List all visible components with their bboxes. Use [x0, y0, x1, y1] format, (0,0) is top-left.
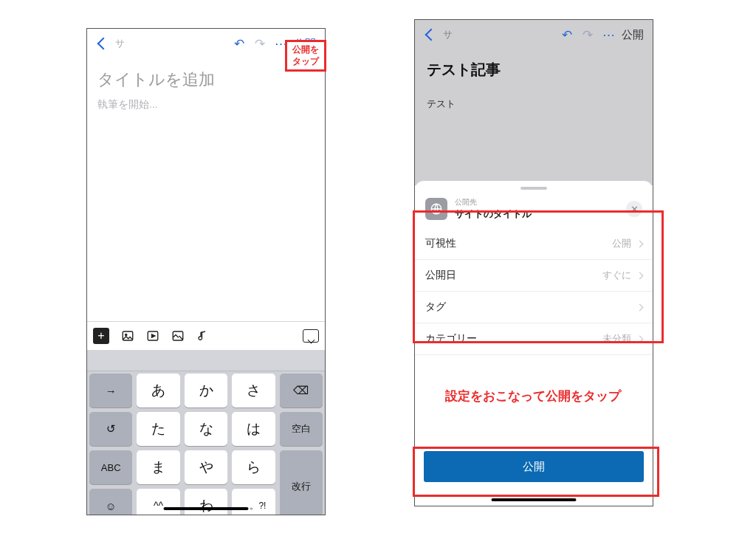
publish-link[interactable]: 公開	[620, 28, 645, 42]
chevron-right-icon	[636, 335, 644, 343]
redo-button[interactable]: ↷	[251, 36, 269, 52]
row-label: カテゴリー	[425, 332, 477, 346]
row-categories[interactable]: カテゴリー 未分類	[415, 323, 653, 355]
callout-tap-publish: 公開を タップ	[285, 40, 326, 72]
site-icon	[425, 198, 447, 220]
row-value: 公開	[612, 237, 631, 250]
home-indicator	[164, 507, 249, 510]
row-label: 公開日	[425, 269, 456, 282]
phone-publish-sheet: サ ↶ ↷ ⋯ 公開 テスト記事 テスト 公開先 サイトのタイトル ✕ 可視性 …	[414, 19, 653, 506]
post-title: テスト記事	[427, 60, 641, 80]
redo-button[interactable]: ↷	[579, 27, 597, 43]
row-publish-date[interactable]: 公開日 すぐに	[415, 260, 653, 292]
phone-editor: サ ↶ ↷ ⋯ 公開 タイトルを追加 執筆を開始... + → あ か さ ⌫ …	[86, 28, 326, 515]
image-icon[interactable]	[121, 329, 134, 343]
row-value: すぐに	[602, 269, 631, 282]
post-body: テスト	[427, 97, 641, 111]
body-input[interactable]: 執筆を開始...	[97, 98, 315, 111]
chevron-right-icon	[636, 272, 644, 279]
destination-value: サイトのタイトル	[455, 207, 532, 221]
kb-key[interactable]: →	[89, 374, 132, 408]
destination-label: 公開先	[455, 197, 532, 207]
row-visibility[interactable]: 可視性 公開	[415, 228, 653, 260]
annotation-instruction: 設定をおこなって公開をタップ	[414, 388, 652, 405]
kb-key[interactable]: あ	[137, 374, 179, 408]
kb-key[interactable]: さ	[232, 374, 275, 408]
format-toolbar: +	[87, 321, 325, 351]
chevron-right-icon	[636, 303, 644, 311]
close-sheet-button[interactable]: ✕	[626, 201, 642, 217]
kb-space[interactable]: 空白	[280, 412, 323, 446]
editor-toolbar: サ ↶ ↷ ⋯ 公開	[415, 20, 653, 49]
hide-keyboard-button[interactable]	[303, 329, 319, 343]
back-icon[interactable]	[425, 29, 438, 41]
kb-key[interactable]: た	[137, 412, 179, 446]
kb-key[interactable]: ↺	[89, 412, 132, 446]
publish-button[interactable]: 公開	[424, 451, 644, 482]
row-value: 未分類	[602, 332, 631, 346]
more-button[interactable]: ⋯	[599, 27, 617, 43]
gallery-icon[interactable]	[171, 329, 185, 343]
back-icon[interactable]	[97, 38, 110, 50]
video-icon[interactable]	[146, 329, 159, 343]
undo-button[interactable]: ↶	[558, 27, 576, 43]
kb-backspace[interactable]: ⌫	[280, 374, 323, 408]
kb-key[interactable]: ら	[232, 450, 275, 484]
kb-newline[interactable]: 改行	[280, 450, 323, 515]
sheet-header: 公開先 サイトのタイトル ✕	[415, 197, 653, 228]
back-hint: サ	[443, 28, 453, 41]
back-hint: サ	[115, 37, 125, 50]
kb-key[interactable]: な	[185, 412, 227, 446]
sheet-handle[interactable]	[520, 187, 547, 190]
home-indicator	[492, 498, 577, 501]
row-label: タグ	[425, 300, 446, 314]
kb-key[interactable]: か	[185, 374, 227, 408]
svg-point-1	[126, 334, 127, 335]
row-tags[interactable]: タグ	[415, 292, 653, 323]
svg-rect-0	[123, 331, 133, 340]
kb-key[interactable]: は	[232, 412, 275, 446]
audio-icon[interactable]	[196, 329, 210, 343]
kb-key[interactable]: や	[185, 450, 227, 484]
row-label: 可視性	[425, 237, 456, 250]
suggestion-bar	[87, 351, 325, 371]
add-block-button[interactable]: +	[93, 328, 109, 344]
japanese-keyboard: → あ か さ ⌫ ↺ た な は 空白 ABC ま や ら 改行 ☺	[87, 351, 325, 515]
kb-abc[interactable]: ABC	[89, 450, 132, 484]
title-input[interactable]: タイトルを追加	[97, 69, 315, 91]
kb-key[interactable]: ま	[137, 450, 179, 484]
chevron-right-icon	[636, 240, 644, 247]
undo-button[interactable]: ↶	[230, 36, 248, 52]
publish-sheet: 公開先 サイトのタイトル ✕ 可視性 公開 公開日 すぐに タグ カテゴ	[415, 181, 653, 506]
dimmed-editor: テスト記事 テスト	[415, 49, 653, 185]
